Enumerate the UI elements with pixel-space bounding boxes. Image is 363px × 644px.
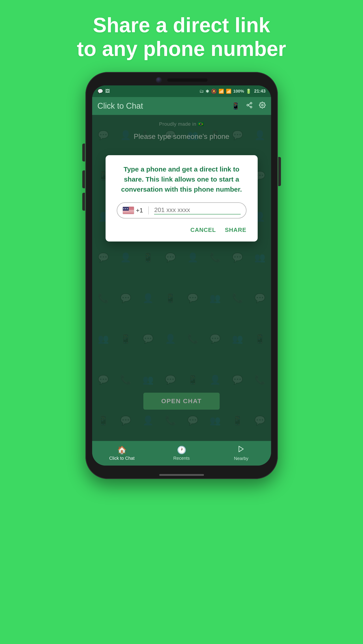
bluetooth-icon: ✱: [206, 88, 209, 94]
app-bar-icons: 📱: [232, 102, 266, 110]
app-title: Click to Chat: [98, 101, 232, 111]
nav-item-click-to-chat[interactable]: 🏠 Click to Chat: [92, 446, 152, 461]
mute-icon: 🔕: [211, 88, 217, 94]
input-divider: [148, 206, 149, 214]
nav-label-recents: Recents: [173, 456, 190, 461]
time: 21:43: [254, 88, 266, 94]
headline-line1: Share a direct link: [93, 14, 270, 36]
dialog-overlay: Type a phone and get a direct link to sh…: [92, 115, 271, 441]
dialog: Type a phone and get a direct link to sh…: [106, 155, 258, 242]
home-icon: 🏠: [117, 446, 126, 454]
wifi-icon: 📶: [218, 88, 224, 94]
signal-icon: 📶: [226, 88, 232, 94]
phone-input-row: ★★★ +1: [117, 202, 246, 218]
home-indicator: [159, 474, 204, 476]
svg-point-5: [262, 104, 263, 106]
cancel-button[interactable]: CANCEL: [190, 226, 216, 234]
share-button[interactable]: SHARE: [225, 226, 246, 234]
status-bar: 💬 🖼 🗂 ✱ 🔕 📶 📶 100% 🔋 21:43: [92, 86, 271, 97]
nav-item-recents[interactable]: 🕐 Recents: [152, 446, 211, 461]
chat-notification-icon: 💬: [98, 88, 103, 94]
nearby-icon: [237, 445, 245, 454]
phone-screen: 💬 🖼 🗂 ✱ 🔕 📶 📶 100% 🔋 21:43 Click to Chat…: [92, 86, 271, 466]
phone-top-bar: [156, 77, 208, 83]
battery-text: 100%: [233, 89, 244, 94]
sd-icon: 🗂: [199, 88, 204, 94]
phone-number-input[interactable]: [154, 206, 240, 214]
nav-item-nearby[interactable]: Nearby: [211, 445, 271, 461]
headline: Share a direct link to any phone number: [59, 14, 304, 61]
nav-label-click-to-chat: Click to Chat: [109, 456, 134, 461]
share-icon[interactable]: [246, 102, 253, 110]
svg-line-4: [248, 104, 250, 105]
speaker: [167, 78, 208, 82]
recents-icon: 🕐: [177, 446, 186, 454]
country-code: +1: [136, 207, 143, 214]
phone-device: 💬 🖼 🗂 ✱ 🔕 📶 📶 100% 🔋 21:43 Click to Chat…: [86, 72, 278, 479]
dialog-actions: CANCEL SHARE: [117, 226, 246, 234]
status-left-icons: 💬 🖼: [98, 88, 110, 94]
svg-line-3: [248, 106, 250, 107]
app-content: 💬👤📞💬👥📱💬👤 📱💬👥📞💬👤📱💬 👤📞💬👥📱💬📞👤 💬👤📱💬👤📞💬👥 📞💬👤📱…: [92, 115, 271, 441]
settings-icon[interactable]: [259, 102, 266, 110]
us-flag: ★★★: [122, 206, 134, 214]
camera: [156, 77, 162, 83]
headline-line2: to any phone number: [77, 37, 286, 60]
share-to-phone-icon[interactable]: 📱: [232, 102, 240, 110]
battery-icon: 🔋: [246, 88, 252, 94]
clip-icon: 🖼: [105, 88, 110, 94]
flag-container[interactable]: ★★★ +1: [122, 206, 143, 214]
status-right-icons: 🗂 ✱ 🔕 📶 📶 100% 🔋 21:43: [199, 88, 266, 94]
app-bar: Click to Chat 📱: [92, 97, 271, 115]
dialog-message: Type a phone and get a direct link to sh…: [117, 164, 246, 194]
svg-marker-6: [239, 446, 243, 452]
nav-label-nearby: Nearby: [234, 456, 248, 461]
bottom-nav: 🏠 Click to Chat 🕐 Recents Nearby: [92, 441, 271, 466]
